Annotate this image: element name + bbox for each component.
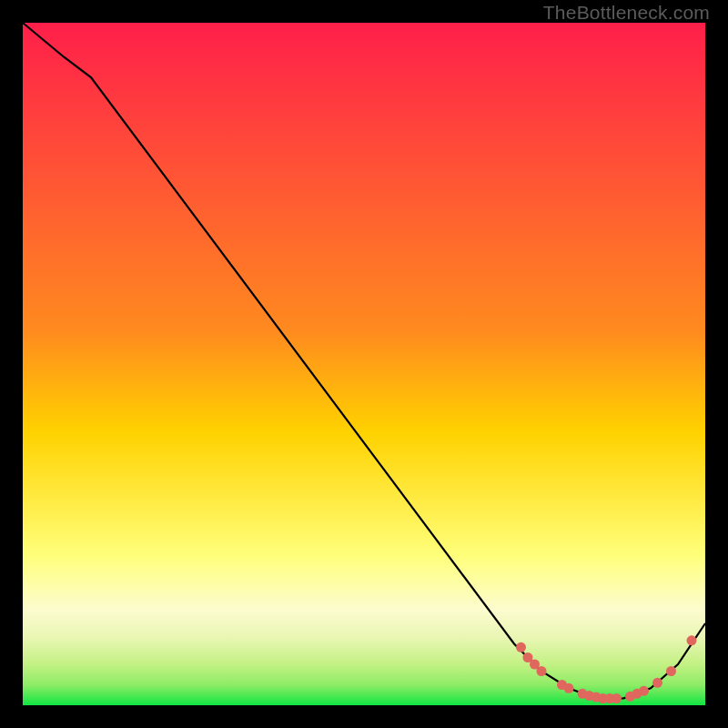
attribution-text: TheBottleneck.com (543, 2, 710, 24)
chart-stage: { "attribution": "TheBottleneck.com", "c… (0, 0, 728, 728)
marker-dot (639, 686, 649, 696)
marker-dot (652, 678, 662, 688)
marker-dot (666, 666, 676, 676)
gradient-background (23, 23, 705, 705)
bottleneck-chart (0, 0, 728, 728)
marker-dot (537, 666, 547, 676)
marker-dot (564, 683, 574, 693)
marker-dot (612, 693, 622, 703)
marker-dot (516, 642, 526, 652)
marker-dot (687, 635, 697, 645)
